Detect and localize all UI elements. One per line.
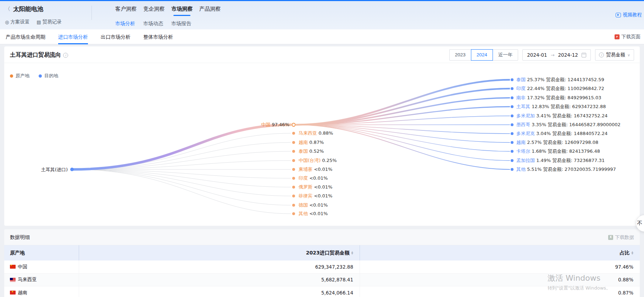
destination-node-dot [511, 96, 513, 99]
video-tutorial-link[interactable]: 视频教程 [616, 12, 642, 18]
excel-icon: X [608, 235, 613, 240]
download-data-label: 下载数据 [615, 234, 634, 241]
table-row: 马来西亚5,682,878.410.88% [4, 274, 640, 287]
destination-label: 印度 22.44% 贸易金额: 1100296842.72 [516, 86, 604, 91]
origin-label: 德国 <0.01% [299, 202, 328, 208]
destination-node-dot [511, 141, 513, 144]
flow-link [296, 125, 510, 151]
origin-label: 马来西亚 0.88% [299, 130, 333, 136]
destination-label: 墨西哥 3.35% 贸易金额: 164465827.89000002 [516, 122, 621, 127]
toolbar-贸易记录[interactable]: ▤贸易记录 [37, 19, 61, 25]
origin-node-dot [292, 212, 295, 215]
tab-客户洞察[interactable]: 客户洞察 [115, 1, 137, 17]
origin-node-dot [292, 150, 295, 153]
flow-link [296, 80, 510, 125]
download-page-button[interactable]: P 下载页面 [615, 29, 640, 44]
origin-label: 菲律宾 <0.01% [299, 193, 332, 198]
table-row: 越南5,624,066.140.87% [4, 286, 640, 297]
cell-origin: 马来西亚 [4, 274, 79, 286]
sub-tabs: 市场分析市场动态市场报告 [115, 17, 191, 30]
destination-node-dot [511, 105, 513, 108]
origin-node-dot [292, 177, 295, 180]
destination-node-dot [511, 78, 513, 81]
cell-amount: 5,624,066.14 [79, 286, 360, 297]
origin-label: 其他 <0.01% [299, 211, 328, 216]
nav-item-出口市场分析[interactable]: 出口市场分析 [101, 29, 131, 44]
country-name: 越南 [18, 290, 27, 296]
tab-市场洞察[interactable]: 市场洞察 [171, 1, 193, 17]
flow-link [72, 125, 292, 169]
tab-竞企洞察[interactable]: 竞企洞察 [143, 1, 165, 17]
play-video-icon [616, 13, 621, 17]
origin-label: 中国(台湾) 0.25% [299, 158, 337, 163]
sort-caret-icon[interactable]: ▲▼ [632, 251, 633, 255]
cell-amount: 629,347,232.88 [79, 260, 360, 273]
cell-share: 0.88% [360, 274, 640, 286]
destination-label: 多米尼克 3.04% 贸易金额: 148840572.24 [516, 131, 607, 136]
cell-origin: 中国 [4, 260, 79, 273]
flow-link [72, 142, 291, 169]
data-detail-card: 数据明细 X 下载数据 原产地2023进口贸易金额▲▼占比▲▼ 中国629,34… [4, 229, 640, 297]
country-name: 中国 [18, 264, 27, 270]
flag-icon-vn [10, 291, 16, 295]
table-head: 原产地2023进口贸易金额▲▼占比▲▼ [4, 245, 640, 260]
flow-link [72, 169, 291, 205]
table-header-bar: 数据明细 X 下载数据 [4, 229, 640, 245]
origin-node-dot [292, 186, 295, 189]
destination-label: 卡塔尔 1.68% 贸易金额: 82413796.48 [516, 148, 600, 154]
destination-label: 土耳其 12.83% 贸易金额: 629347232.88 [516, 104, 606, 109]
origin-node-dot [292, 168, 295, 171]
origin-label: 柬埔寨 <0.01% [299, 167, 332, 172]
column-label: 占比 [620, 250, 630, 256]
origin-node-dot [292, 141, 295, 144]
column-header-占比[interactable]: 占比▲▼ [360, 245, 640, 260]
nav-item-产品市场生命周期[interactable]: 产品市场生命周期 [6, 29, 45, 44]
destination-node-dot [511, 168, 513, 171]
origin-label: 泰国 0.52% [299, 148, 324, 154]
trade-flow-card: 土耳其进口贸易流向 i 20232024近一年 2024-01 → 2024-1… [4, 46, 640, 226]
header-divider [91, 6, 92, 20]
origin-node-dot [292, 159, 295, 162]
destination-node-dot [511, 114, 513, 117]
table-section-title: 数据明细 [10, 234, 30, 241]
country-name: 马来西亚 [18, 276, 37, 283]
destination-label: 孟加拉国 1.49% 贸易金额: 73236877.31 [516, 158, 605, 163]
origin-node-dot [292, 132, 295, 135]
nav-item-整体市场分析[interactable]: 整体市场分析 [143, 29, 173, 44]
flag-icon-my [10, 278, 16, 282]
table-body: 中国629,347,232.8897.46%马来西亚5,682,878.410.… [4, 260, 640, 297]
pdf-icon: P [615, 34, 620, 39]
subtab-市场动态[interactable]: 市场动态 [143, 17, 163, 30]
tab-产品洞察[interactable]: 产品洞察 [199, 1, 221, 17]
flow-link [72, 169, 291, 214]
origin-hub-node-dot [292, 123, 295, 127]
flag-icon-cn [10, 265, 16, 269]
column-header-原产地: 原产地 [4, 245, 79, 260]
back-chevron-icon[interactable]: 〈 [5, 6, 10, 12]
destination-node-dot [511, 159, 513, 162]
year-button-2024[interactable]: 2024 [471, 49, 493, 61]
header-toolbar: ◎方案设置▤贸易记录 [5, 19, 62, 25]
page-title: 太阳能电池 [13, 5, 43, 13]
origin-label: 印度 <0.01% [299, 175, 328, 181]
column-header-2023进口贸易金额[interactable]: 2023进口贸易金额▲▼ [79, 245, 360, 260]
flow-link [296, 89, 510, 125]
source-node-label: 土耳其(进口) [41, 167, 68, 172]
cell-share: 0.87% [360, 286, 640, 297]
trade-flow-chart: 土耳其(进口)中国 97.46%马来西亚 0.88%越南 0.87%泰国 0.5… [4, 46, 640, 226]
nav-item-进口市场分析[interactable]: 进口市场分析 [58, 29, 88, 44]
download-page-label: 下载页面 [621, 34, 640, 40]
cell-share: 97.46% [360, 260, 640, 273]
sort-caret-icon[interactable]: ▲▼ [351, 251, 353, 255]
cell-origin: 越南 [4, 286, 79, 297]
destination-node-dot [511, 150, 513, 153]
destination-node-dot [511, 132, 513, 135]
subtab-市场报告[interactable]: 市场报告 [171, 17, 191, 30]
subtab-市场分析[interactable]: 市场分析 [115, 17, 135, 30]
download-data-button[interactable]: X 下载数据 [608, 229, 634, 245]
table-row: 中国629,347,232.8897.46% [4, 260, 640, 274]
toolbar-方案设置[interactable]: ◎方案设置 [5, 19, 29, 25]
source-node-dot [70, 168, 74, 171]
app-header: 〈 太阳能电池 ◎方案设置▤贸易记录 客户洞察竞企洞察市场洞察产品洞察 市场分析… [0, 0, 644, 29]
toolbar-label: 贸易记录 [43, 19, 62, 25]
